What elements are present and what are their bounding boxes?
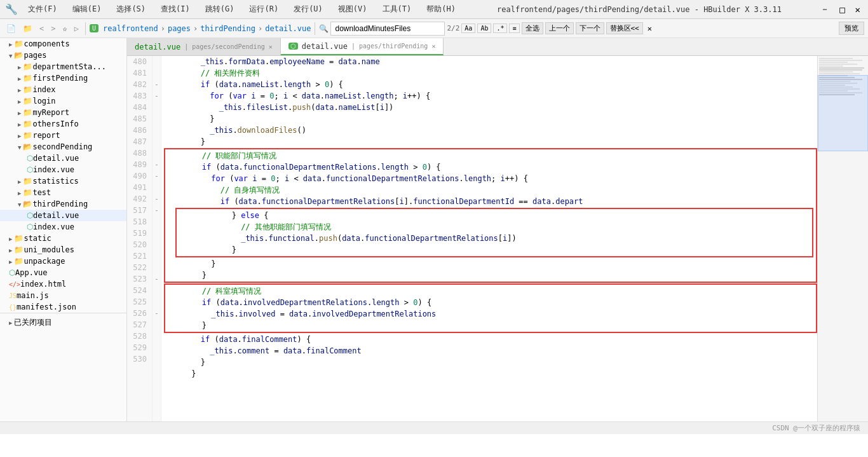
maximize-button[interactable]: □ bbox=[837, 4, 847, 15]
tab-third-detail[interactable]: ⬡ detail.vue | pages/thirdPending ✕ bbox=[281, 38, 444, 55]
expand-others-icon bbox=[18, 121, 21, 128]
menu-run[interactable]: 运行(R) bbox=[244, 3, 283, 16]
tab-second-detail[interactable]: detail.vue | pages/secondPending ✕ bbox=[127, 38, 281, 55]
menu-view[interactable]: 视图(V) bbox=[333, 3, 372, 16]
menu-select[interactable]: 选择(S) bbox=[111, 3, 151, 16]
fold-483[interactable]: - bbox=[153, 90, 161, 102]
code-line-520: } bbox=[177, 244, 812, 256]
toolbar-back[interactable]: < bbox=[37, 23, 46, 34]
code-container: 480481482483484485486487 488489490491492… bbox=[127, 56, 868, 421]
sidebar-item-main-js[interactable]: JS main.js bbox=[0, 290, 126, 301]
sidebar: 📁 components 📂 pages 📁 departmentSta... … bbox=[0, 38, 127, 421]
sidebar-item-app-vue[interactable]: ⬡ App.vue bbox=[0, 267, 126, 278]
preview-btn[interactable]: 预览 bbox=[839, 22, 864, 35]
code-editor[interactable]: _this.formData.employeeName = data.name … bbox=[161, 56, 817, 421]
menu-publish[interactable]: 发行(U) bbox=[288, 3, 328, 16]
fold-527[interactable]: - bbox=[153, 308, 161, 319]
minimize-button[interactable]: － bbox=[818, 4, 832, 15]
uni-folder-icon: 📁 bbox=[14, 245, 24, 254]
sidebar-item-myreport[interactable]: 📁 myReport bbox=[0, 107, 126, 118]
menu-help[interactable]: 帮助(H) bbox=[421, 3, 461, 16]
menu-edit[interactable]: 编辑(E) bbox=[67, 3, 107, 16]
search-field[interactable] bbox=[330, 22, 445, 36]
sidebar-item-pages[interactable]: 📂 pages bbox=[0, 50, 126, 61]
breadcrumb-thirdpending[interactable]: thirdPending bbox=[200, 24, 255, 33]
menu-jump[interactable]: 跳转(G) bbox=[200, 3, 240, 16]
sidebar-item-thirdpending[interactable]: 📂 thirdPending bbox=[0, 198, 126, 210]
sidebar-item-index[interactable]: 📁 index bbox=[0, 84, 126, 95]
expand-report-icon bbox=[18, 132, 21, 139]
breadcrumb-root[interactable]: realfrontend bbox=[103, 24, 158, 33]
breadcrumb-file[interactable]: detail.vue bbox=[265, 24, 311, 33]
menu-file[interactable]: 文件(F) bbox=[23, 3, 62, 16]
expand-dept-icon bbox=[18, 64, 21, 71]
sidebar-label-pages: pages bbox=[24, 51, 46, 60]
tab-close-third[interactable]: ✕ bbox=[431, 43, 435, 50]
code-line-488: // 职能部门填写情况 bbox=[165, 150, 816, 161]
tab-path-second: | pages/secondPending bbox=[184, 43, 264, 50]
tab-close-second[interactable]: ✕ bbox=[269, 43, 273, 50]
sidebar-item-second-index[interactable]: ⬡ index.vue bbox=[0, 164, 126, 175]
replace-btn[interactable]: 替换区<< bbox=[606, 22, 643, 34]
fold-489[interactable]: - bbox=[153, 159, 161, 170]
sidebar-item-third-index[interactable]: ⬡ index.vue bbox=[0, 221, 126, 233]
sidebar-item-othersinfo[interactable]: 📁 othersInfo bbox=[0, 118, 126, 130]
menu-find[interactable]: 查找(I) bbox=[156, 3, 195, 16]
word-match-btn[interactable]: Ab bbox=[477, 24, 491, 33]
code-line-481: // 相关附件资料 bbox=[164, 67, 817, 79]
code-line-490: for (var i = 0; i < data.functionalDepar… bbox=[165, 173, 816, 184]
sidebar-item-test[interactable]: 📁 test bbox=[0, 187, 126, 198]
list-btn[interactable]: ≡ bbox=[509, 24, 519, 33]
select-all-btn[interactable]: 全选 bbox=[522, 22, 543, 34]
code-line-521: } bbox=[165, 258, 816, 269]
tab-path-third: | pages/thirdPending bbox=[351, 43, 428, 50]
sidebar-item-unpackage[interactable]: 📁 unpackage bbox=[0, 256, 126, 267]
toolbar-forward[interactable]: > bbox=[48, 23, 58, 34]
fold-492[interactable]: - bbox=[153, 193, 161, 205]
toolbar-bookmark[interactable]: ☆ bbox=[60, 23, 69, 34]
sidebar-item-firstpending[interactable]: 📁 firstPending bbox=[0, 72, 126, 84]
sidebar-item-statistics[interactable]: 📁 statistics bbox=[0, 175, 126, 187]
sidebar-item-uni-modules[interactable]: 📁 uni_modules bbox=[0, 244, 126, 256]
sidebar-item-components[interactable]: 📁 components bbox=[0, 38, 126, 50]
sidebar-label-third: thirdPending bbox=[32, 200, 88, 208]
sidebar-item-login[interactable]: 📁 login bbox=[0, 95, 126, 107]
toolbar-run[interactable]: ▷ bbox=[72, 23, 81, 34]
code-text-480: _this bbox=[164, 56, 224, 67]
sidebar-item-index-html[interactable]: </> index.html bbox=[0, 278, 126, 290]
sidebar-item-second-detail[interactable]: ⬡ detail.vue bbox=[0, 153, 126, 164]
code-line-518: // 其他职能部门填写情况 bbox=[177, 221, 812, 233]
json-file-icon: {} bbox=[9, 304, 17, 311]
vue-file-icon4: ⬡ bbox=[27, 222, 33, 231]
closed-projects-item[interactable]: 已关闭项目 bbox=[0, 316, 126, 329]
toolbar-file-badge: U bbox=[90, 24, 98, 32]
sidebar-item-secondpending[interactable]: 📂 secondPending bbox=[0, 141, 126, 153]
code-line-524: if (data.involvedDepartmentRelations.len… bbox=[165, 297, 816, 308]
code-line-519: _this.functional.push(data.functionalDep… bbox=[177, 233, 812, 244]
sidebar-item-report[interactable]: 📁 report bbox=[0, 130, 126, 141]
code-line-486: _this.downloadFiles() bbox=[164, 125, 817, 136]
breadcrumb-pages[interactable]: pages bbox=[168, 24, 191, 33]
toolbar-open[interactable]: 📁 bbox=[20, 23, 35, 34]
close-button[interactable]: ✕ bbox=[853, 4, 863, 15]
regex-btn[interactable]: .* bbox=[493, 24, 507, 33]
sidebar-item-third-detail[interactable]: ⬡ detail.vue bbox=[0, 210, 126, 221]
sidebar-label-app-vue: App.vue bbox=[15, 268, 48, 277]
expand-unpack-icon bbox=[9, 258, 12, 265]
sidebar-item-static[interactable]: 📁 static bbox=[0, 233, 126, 244]
code-text-490: for (var i = 0; i < data.functionalDepar… bbox=[165, 173, 528, 184]
prev-match-btn[interactable]: 上一个 bbox=[545, 22, 574, 34]
code-text-481: // 相关附件资料 bbox=[164, 67, 260, 79]
close-search-btn[interactable]: ✕ bbox=[645, 24, 654, 34]
case-sensitive-btn[interactable]: Aa bbox=[461, 24, 475, 33]
menu-tools[interactable]: 工具(T) bbox=[377, 3, 417, 16]
fold-490[interactable]: - bbox=[153, 170, 161, 182]
sidebar-item-departmentsta[interactable]: 📁 departmentSta... bbox=[0, 61, 126, 72]
next-match-btn[interactable]: 下一个 bbox=[576, 22, 604, 34]
sidebar-item-manifest-json[interactable]: {} manifest.json bbox=[0, 301, 126, 313]
fold-524[interactable]: - bbox=[153, 273, 161, 285]
toolbar-new[interactable]: 📄 bbox=[4, 23, 18, 34]
fold-517[interactable]: - bbox=[153, 205, 161, 216]
title-left: 🔧 文件(F) 编辑(E) 选择(S) 查找(I) 跳转(G) 运行(R) 发行… bbox=[5, 3, 461, 16]
fold-482[interactable]: - bbox=[153, 79, 161, 90]
